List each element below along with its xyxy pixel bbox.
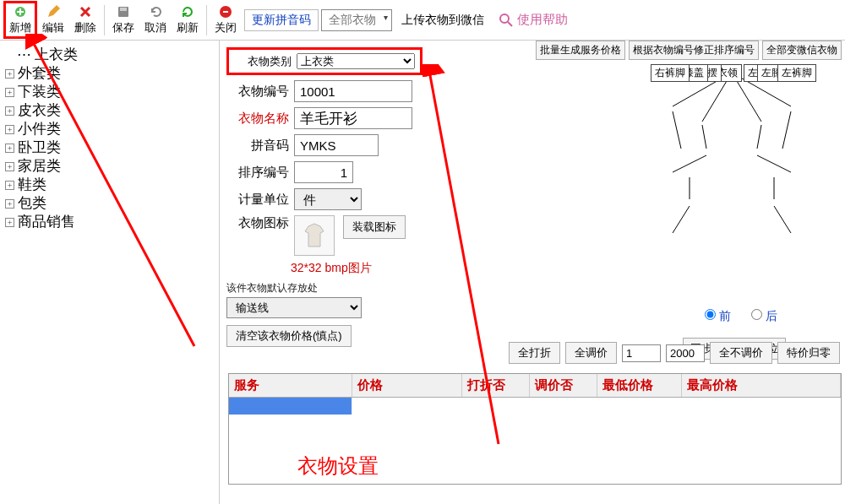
- name-input[interactable]: [294, 107, 412, 129]
- tree-item[interactable]: +下装类: [3, 83, 215, 101]
- tree-item[interactable]: +小件类: [3, 120, 215, 138]
- delete-button[interactable]: 删除: [69, 3, 101, 37]
- tree-label: 家居类: [18, 157, 61, 176]
- cancel-label: 取消: [144, 20, 166, 35]
- expand-icon[interactable]: +: [5, 199, 14, 209]
- tree-item[interactable]: +家居类: [3, 157, 215, 176]
- update-pinyin-button[interactable]: 更新拼音码: [244, 9, 319, 31]
- table-header: 服务 价格 打折否 调价否 最低价格 最高价格: [229, 374, 841, 398]
- store-select[interactable]: 输送线: [226, 297, 362, 318]
- code-input[interactable]: [294, 80, 412, 102]
- unit-select[interactable]: 件: [294, 188, 362, 210]
- expand-icon[interactable]: +: [5, 144, 14, 153]
- col-price[interactable]: 价格: [352, 374, 462, 397]
- tree-item[interactable]: +卧卫类: [3, 138, 215, 157]
- tree-label: 下装类: [18, 83, 61, 101]
- tree-label: 包类: [18, 194, 46, 213]
- expand-icon[interactable]: +: [5, 106, 14, 116]
- tree-label: 皮衣类: [18, 101, 61, 120]
- tree-item[interactable]: ⋯上衣类: [15, 46, 215, 64]
- col-adjust[interactable]: 调价否: [530, 374, 597, 397]
- refresh-label: 刷新: [177, 20, 199, 35]
- selected-cell[interactable]: [229, 398, 352, 415]
- code-label: 衣物编号: [226, 84, 289, 100]
- pinyin-label: 拼音码: [226, 138, 289, 154]
- tree-label: 小件类: [18, 120, 61, 138]
- expand-icon[interactable]: +: [5, 162, 14, 171]
- expand-icon[interactable]: +: [5, 125, 14, 134]
- disk-icon: [116, 4, 131, 19]
- part-r-foot[interactable]: 右裤脚: [651, 64, 690, 82]
- save-button[interactable]: 保存: [107, 3, 139, 37]
- special-zero-button[interactable]: 特价归零: [777, 342, 840, 364]
- save-label: 保存: [112, 20, 134, 35]
- body-diagram: 衣领 右袖 左袖 右胸 左胸 右下摆 左下摆 右裤腰 左裤腰 右膝盖 左膝盖 右…: [622, 64, 842, 301]
- main-toolbar: 新增 编辑 删除 保存 取消 刷新 关闭 更新拼音码 全部衣物 上传衣物到微信 …: [0, 0, 845, 41]
- all-discount-button[interactable]: 全打折: [509, 342, 560, 364]
- order-input[interactable]: [294, 161, 353, 183]
- svg-rect-4: [223, 11, 228, 13]
- new-button[interactable]: 新增: [3, 1, 37, 39]
- cancel-button[interactable]: 取消: [139, 3, 172, 37]
- help-link[interactable]: 使用帮助: [499, 12, 568, 28]
- toolbar-separator: [206, 5, 207, 35]
- new-label: 新增: [9, 20, 31, 35]
- edit-button[interactable]: 编辑: [37, 3, 69, 37]
- close-button[interactable]: 关闭: [210, 3, 242, 37]
- svg-rect-2: [120, 8, 127, 11]
- tree-item[interactable]: +包类: [3, 194, 215, 213]
- price-table: 服务 价格 打折否 调价否 最低价格 最高价格: [228, 373, 842, 485]
- icon-label: 衣物图标: [226, 215, 289, 231]
- radio-front[interactable]: 前: [705, 309, 731, 322]
- no-adjust-button[interactable]: 全不调价: [710, 342, 772, 364]
- name-label: 衣物名称: [226, 111, 289, 127]
- stop-icon: [218, 4, 233, 19]
- clothing-icon-preview: [294, 215, 335, 256]
- help-label: 使用帮助: [517, 12, 568, 28]
- close-label: 关闭: [215, 20, 237, 35]
- all-adjust-button[interactable]: 全调价: [565, 342, 617, 364]
- table-row[interactable]: [229, 398, 841, 416]
- tree-label: 鞋类: [18, 176, 46, 194]
- adjust-val1-input[interactable]: [622, 344, 661, 362]
- magnifier-icon: [499, 13, 514, 28]
- col-min[interactable]: 最低价格: [597, 374, 682, 397]
- expand-icon[interactable]: +: [5, 69, 14, 79]
- col-discount[interactable]: 打折否: [462, 374, 530, 397]
- tree-item[interactable]: +皮衣类: [3, 101, 215, 120]
- tree-item[interactable]: +外套类: [3, 64, 215, 83]
- price-toolbar: 全打折 全调价 全不调价 特价归零: [233, 342, 840, 364]
- upload-wechat-button[interactable]: 上传衣物到微信: [395, 10, 491, 30]
- category-select[interactable]: 上衣类: [297, 53, 415, 69]
- tree-label: 外套类: [18, 64, 61, 83]
- tree-label: 商品销售: [18, 213, 75, 231]
- plus-icon: [13, 4, 28, 19]
- front-back-radio: 前 后: [696, 309, 786, 324]
- load-icon-button[interactable]: 装载图标: [343, 215, 406, 239]
- part-l-foot[interactable]: 左裤脚: [777, 64, 816, 82]
- radio-back[interactable]: 后: [751, 309, 777, 322]
- expand-icon[interactable]: +: [5, 218, 14, 227]
- col-service[interactable]: 服务: [229, 374, 352, 397]
- adjust-val2-input[interactable]: [666, 344, 705, 362]
- expand-icon[interactable]: +: [5, 88, 14, 97]
- toolbar-separator: [104, 5, 105, 35]
- pinyin-input[interactable]: [294, 134, 379, 156]
- refresh-icon: [180, 4, 195, 19]
- tree-label: 上衣类: [35, 46, 78, 64]
- x-icon: [78, 4, 93, 19]
- expand-icon[interactable]: +: [5, 181, 14, 190]
- pencil-icon: [46, 4, 61, 19]
- tree-label: 卧卫类: [18, 138, 61, 157]
- category-highlight: 衣物类别 上衣类: [226, 47, 422, 75]
- col-max[interactable]: 最高价格: [682, 374, 841, 397]
- all-clothes-dropdown[interactable]: 全部衣物: [321, 9, 392, 31]
- refresh-button[interactable]: 刷新: [172, 3, 204, 37]
- edit-label: 编辑: [42, 20, 64, 35]
- order-label: 排序编号: [226, 165, 289, 181]
- tree-item[interactable]: +鞋类: [3, 176, 215, 194]
- diagram-lines: [622, 64, 842, 250]
- tree-item[interactable]: +商品销售: [3, 213, 215, 231]
- delete-label: 删除: [74, 20, 96, 35]
- category-label: 衣物类别: [234, 54, 292, 69]
